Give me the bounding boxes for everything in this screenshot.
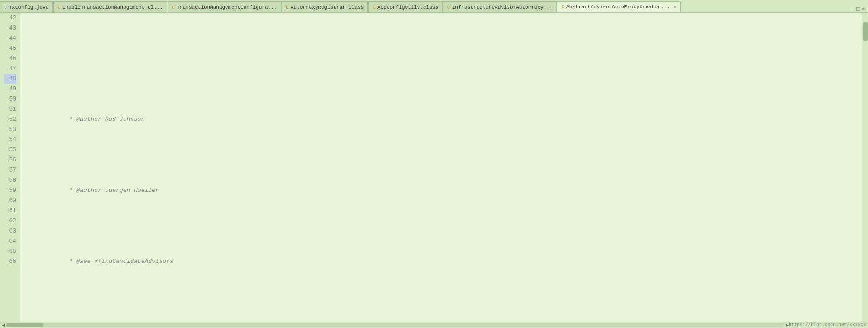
tab-infrastructureadvisor[interactable]: C InfrastructureAdvisorAutoProxy...	[443, 1, 557, 12]
code-line-45: * @see #findCandidateAdvisors	[26, 246, 862, 277]
ide-window: J TxConfig.java C EnableTransactionManag…	[0, 0, 868, 328]
line-num: 50	[4, 94, 16, 104]
tab-label: InfrastructureAdvisorAutoProxy...	[452, 5, 553, 10]
scrollbar-thumb[interactable]	[863, 22, 868, 41]
line-num: 58	[4, 175, 16, 185]
tab-label: AbstractAdvisorAutoProxyCreator...	[566, 4, 670, 10]
line-num: 59	[4, 185, 16, 196]
tab-icon: C	[286, 5, 289, 10]
left-arrow-icon[interactable]: ◀	[2, 322, 5, 328]
line-num: 57	[4, 165, 16, 175]
editor-container: 42 43 44 45 46 47 48 49 50 51 52 53 54 5…	[0, 13, 868, 328]
line-num: 56	[4, 155, 16, 165]
right-scrollbar[interactable]	[862, 13, 868, 322]
tab-abstractadvisor[interactable]: C AbstractAdvisorAutoProxyCreator... ✕	[557, 1, 680, 12]
line-num: 48	[4, 74, 16, 84]
line-num: 54	[4, 135, 16, 145]
horizontal-scrollbar-thumb[interactable]	[6, 323, 43, 327]
line-num: 52	[4, 114, 16, 125]
line-num: 49	[4, 84, 16, 94]
code-area: 42 43 44 45 46 47 48 49 50 51 52 53 54 5…	[0, 13, 868, 322]
tab-bar: J TxConfig.java C EnableTransactionManag…	[0, 0, 868, 13]
line-num: 44	[4, 33, 16, 43]
line-num: 66	[4, 256, 16, 267]
code-line-46: */	[26, 317, 862, 322]
line-num: 43	[4, 23, 16, 33]
maximize-icon[interactable]: □	[857, 6, 860, 12]
tab-autoproxyregistrar[interactable]: C AutoProxyRegistrar.class	[281, 1, 368, 12]
window-close-icon[interactable]: ✕	[862, 6, 865, 12]
line-numbers: 42 43 44 45 46 47 48 49 50 51 52 53 54 5…	[0, 13, 20, 322]
line-num: 42	[4, 13, 16, 23]
horizontal-scrollbar[interactable]	[6, 323, 784, 327]
line-num: 51	[4, 104, 16, 114]
tab-label: AopConfigUtils.class	[377, 5, 438, 10]
tab-icon: J	[4, 5, 7, 10]
tab-icon: C	[447, 5, 450, 10]
tab-label: AutoProxyRegistrar.class	[291, 5, 364, 10]
code-line-42	[26, 54, 862, 64]
line-num: 53	[4, 125, 16, 135]
line-num: 63	[4, 226, 16, 236]
line-num: 61	[4, 206, 16, 216]
line-num: 47	[4, 64, 16, 74]
line-num: 64	[4, 236, 16, 246]
tab-txmgmtconfig[interactable]: C TransactionManagementConfigura...	[168, 1, 281, 12]
code-line-44: * @author Juergen Hoeller	[26, 175, 862, 206]
code-line-43: * @author Rod Johnson	[26, 104, 862, 135]
tab-label: TransactionManagementConfigura...	[177, 5, 277, 10]
line-num: 60	[4, 196, 16, 206]
tab-enabletxmgmt[interactable]: C EnableTransactionManagement.cl...	[53, 1, 167, 12]
close-icon[interactable]: ✕	[674, 4, 676, 10]
line-num: 45	[4, 43, 16, 54]
tab-icon: C	[372, 5, 376, 10]
tab-txconfig[interactable]: J TxConfig.java	[0, 1, 53, 12]
minimize-icon[interactable]: —	[851, 6, 855, 12]
tab-aopconfigutils[interactable]: C AopConfigUtils.class	[368, 1, 443, 12]
line-num: 62	[4, 216, 16, 226]
line-num: 46	[4, 54, 16, 64]
tab-label: EnableTransactionManagement.cl...	[62, 5, 163, 10]
tab-icon: C	[172, 5, 175, 10]
tab-icon: C	[57, 5, 60, 10]
code-content[interactable]: * @author Rod Johnson * @author Juergen …	[20, 13, 862, 322]
tab-label: TxConfig.java	[9, 5, 49, 10]
tab-icon: C	[561, 4, 564, 10]
line-num: 65	[4, 246, 16, 256]
bottom-bar: ◀ ▶ https://blog.csdn.net/xxxxxx	[0, 322, 868, 328]
status-url: https://blog.csdn.net/xxxxxx	[789, 322, 866, 328]
line-num: 55	[4, 145, 16, 155]
